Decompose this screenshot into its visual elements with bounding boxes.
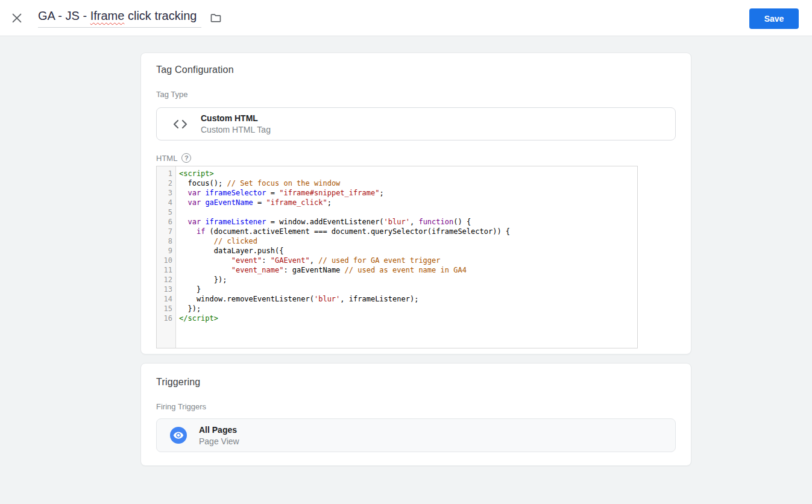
triggering-title: Triggering — [156, 377, 676, 388]
top-bar: GA - JS - Iframe click tracking Save — [0, 0, 812, 36]
html-field-header: HTML ? — [156, 153, 676, 163]
line-number: 1 — [157, 169, 172, 178]
line-number: 7 — [157, 227, 172, 236]
code-line[interactable]: // clicked — [179, 236, 637, 246]
line-number: 11 — [157, 265, 172, 275]
code-line[interactable]: }); — [179, 304, 637, 313]
editor-gutter: 12345678910111213141516 — [157, 166, 176, 348]
tag-type-description: Custom HTML Tag — [201, 125, 271, 134]
trigger-name: All Pages — [199, 425, 239, 435]
line-number: 10 — [157, 256, 172, 265]
close-icon — [10, 11, 24, 25]
tag-name-prefix: GA - JS - — [38, 9, 90, 22]
tag-name-input[interactable]: GA - JS - Iframe click tracking — [38, 8, 201, 28]
code-line[interactable]: }); — [179, 275, 637, 285]
tag-name-misspelled-word: Iframe — [90, 9, 125, 22]
triggering-card: Triggering Firing Triggers All Pages Pag… — [140, 363, 691, 466]
code-line[interactable]: "event": "GAEvent", // used for GA event… — [179, 256, 637, 265]
trigger-type: Page View — [199, 436, 239, 446]
code-brackets-icon — [172, 119, 189, 130]
main-content: Tag Configuration Tag Type Custom HTML C… — [140, 52, 691, 466]
tag-configuration-title: Tag Configuration — [156, 65, 676, 75]
tag-type-label: Tag Type — [156, 90, 676, 99]
line-number: 12 — [157, 275, 172, 285]
code-line[interactable]: dataLayer.push({ — [179, 246, 637, 256]
tag-name-suffix: click tracking — [124, 9, 197, 22]
tag-configuration-card: Tag Configuration Tag Type Custom HTML C… — [140, 52, 691, 354]
code-line[interactable]: if (document.activeElement === document.… — [179, 227, 637, 236]
folder-button[interactable] — [208, 10, 224, 26]
line-number: 4 — [157, 198, 172, 207]
line-number: 16 — [157, 313, 172, 323]
code-line[interactable]: var gaEventName = "iframe_click"; — [179, 198, 637, 207]
tag-type-name: Custom HTML — [201, 113, 271, 123]
code-line[interactable]: var iframeSelector = "iframe#snippet_ifr… — [179, 188, 637, 198]
line-number: 8 — [157, 236, 172, 246]
line-number: 6 — [157, 217, 172, 227]
page-view-eye-icon — [170, 427, 187, 444]
editor-code[interactable]: <script> focus(); // Set focus on the wi… — [176, 166, 637, 348]
code-line[interactable]: } — [179, 285, 637, 294]
close-button[interactable] — [9, 10, 25, 26]
line-number: 2 — [157, 178, 172, 188]
line-number: 5 — [157, 207, 172, 217]
html-label: HTML — [156, 154, 177, 163]
line-number: 14 — [157, 294, 172, 304]
trigger-item-all-pages[interactable]: All Pages Page View — [156, 418, 676, 452]
tag-type-selector[interactable]: Custom HTML Custom HTML Tag — [156, 107, 676, 140]
trigger-text: All Pages Page View — [199, 425, 239, 446]
code-line[interactable]: "event_name": gaEventName // used as eve… — [179, 265, 637, 275]
code-line[interactable]: <script> — [179, 169, 637, 178]
line-number: 9 — [157, 246, 172, 256]
code-line[interactable]: window.removeEventListener('blur', ifram… — [179, 294, 637, 304]
tag-type-text: Custom HTML Custom HTML Tag — [201, 113, 271, 134]
code-line[interactable]: var iframeListener = window.addEventList… — [179, 217, 637, 227]
folder-icon — [210, 12, 222, 24]
save-button[interactable]: Save — [749, 8, 799, 29]
help-icon[interactable]: ? — [181, 153, 191, 163]
line-number: 13 — [157, 285, 172, 294]
firing-triggers-label: Firing Triggers — [156, 402, 676, 411]
line-number: 15 — [157, 304, 172, 313]
code-line[interactable]: focus(); // Set focus on the window — [179, 178, 637, 188]
code-editor[interactable]: 12345678910111213141516 <script> focus()… — [156, 166, 638, 348]
code-line[interactable]: </script> — [179, 313, 637, 323]
code-line[interactable] — [179, 207, 637, 217]
line-number: 3 — [157, 188, 172, 198]
